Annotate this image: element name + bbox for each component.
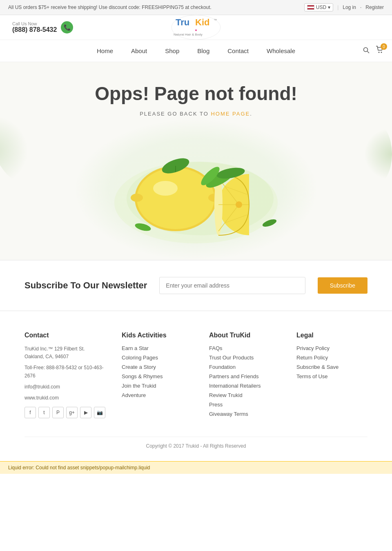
footer-link-adventure[interactable]: Adventure	[122, 392, 193, 398]
lemon-illustration	[94, 129, 298, 252]
register-link[interactable]: Register	[365, 4, 384, 10]
footer-link-partners[interactable]: Partners and Friends	[209, 373, 280, 379]
liquid-error: Liquid error: Could not find asset snipp…	[0, 461, 392, 474]
nav-about[interactable]: About	[122, 40, 156, 62]
footer-link-trust-products[interactable]: Trust Our Products	[209, 355, 280, 361]
svg-point-16	[153, 181, 178, 196]
svg-point-9	[381, 52, 382, 53]
copyright-text: Copyright © 2017 Trukid - All Rights Res…	[146, 443, 246, 449]
footer-link-earn-star[interactable]: Earn a Star	[122, 345, 193, 351]
twitter-icon[interactable]: t	[38, 407, 50, 418]
footer-link-giveaway[interactable]: Giveaway Terms	[209, 411, 280, 417]
flag-icon	[307, 5, 314, 10]
footer-link-international[interactable]: International Retailers	[209, 383, 280, 389]
nav-wholesale[interactable]: Wholesale	[258, 40, 304, 62]
footer-link-faqs[interactable]: FAQs	[209, 345, 280, 351]
svg-point-6	[364, 47, 368, 51]
footer-link-subscribe-save[interactable]: Subscribe & Save	[296, 364, 368, 370]
svg-text:Natural Hair & Body: Natural Hair & Body	[174, 33, 203, 36]
pinterest-icon[interactable]: P	[52, 407, 64, 418]
footer-link-songs-rhymes[interactable]: Songs & Rhymes	[122, 373, 193, 379]
error-title: Opps! Page not found!	[95, 83, 297, 105]
subscribe-button[interactable]: Subscribe	[318, 277, 368, 294]
footer-legal-title: Legal	[296, 332, 368, 339]
newsletter-email-input[interactable]	[159, 277, 305, 294]
svg-text:Tru: Tru	[176, 17, 189, 27]
footer-email[interactable]: info@trukid.com	[24, 383, 105, 391]
footer-kids-title: Kids Activities	[122, 332, 193, 339]
footer-about-title: About TruKid	[209, 332, 280, 339]
logo[interactable]: Tru Kid ™ Natural Hair & Body	[169, 13, 223, 42]
dot-divider: ·	[360, 4, 361, 10]
svg-point-8	[379, 52, 380, 53]
svg-line-7	[368, 51, 370, 53]
footer-link-join-trukid[interactable]: Join the Trukid	[122, 383, 193, 389]
promo-text: All US orders $75+ receive free shipping…	[8, 4, 212, 10]
nav-links: Home About Shop Blog Contact Wholesale	[88, 40, 304, 62]
svg-text:™: ™	[214, 18, 217, 22]
footer-link-terms[interactable]: Terms of Use	[296, 373, 368, 379]
footer-website[interactable]: www.trukid.com	[24, 394, 105, 402]
svg-point-4	[195, 29, 197, 31]
hero-section: Opps! Page not found! PLEASE GO BACK TO …	[0, 62, 392, 260]
phone-info: Call Us Now (888) 878-5432	[12, 21, 57, 33]
nav-icons: 0	[363, 46, 384, 56]
footer-contact-col: Contact TruKid Inc.™ 129 Filbert St. Oak…	[24, 332, 105, 420]
nav-contact[interactable]: Contact	[218, 40, 258, 62]
svg-text:Kid: Kid	[195, 17, 209, 27]
currency-selector[interactable]: USD ▾	[304, 3, 333, 11]
footer-link-return[interactable]: Return Policy	[296, 355, 368, 361]
divider: |	[337, 4, 339, 10]
top-bar-right: USD ▾ | Log in · Register	[304, 3, 384, 11]
nav-shop[interactable]: Shop	[156, 40, 188, 62]
footer-link-press[interactable]: Press	[209, 402, 280, 408]
svg-point-13	[137, 168, 214, 229]
svg-point-27	[236, 201, 242, 208]
newsletter-title: Subscribe To Our Newsletter	[24, 280, 147, 292]
nav-blog[interactable]: Blog	[188, 40, 218, 62]
login-link[interactable]: Log in	[343, 4, 356, 10]
svg-point-14	[131, 194, 143, 202]
main-nav: Home About Shop Blog Contact Wholesale 0	[0, 40, 392, 62]
chevron-down-icon: ▾	[328, 4, 330, 10]
currency-label: USD	[316, 4, 326, 10]
home-link[interactable]: HOME PAGE	[211, 111, 250, 117]
footer-columns: Contact TruKid Inc.™ 129 Filbert St. Oak…	[24, 332, 368, 420]
googleplus-icon[interactable]: g+	[66, 407, 78, 418]
leaf-right-decoration	[359, 123, 392, 185]
search-button[interactable]	[363, 47, 370, 55]
footer-link-privacy[interactable]: Privacy Policy	[296, 345, 368, 351]
phone-number[interactable]: (888) 878-5432	[12, 26, 57, 33]
footer-contact-title: Contact	[24, 332, 105, 339]
footer-link-create-story[interactable]: Create a Story	[122, 364, 193, 370]
cart-button[interactable]: 0	[376, 46, 384, 56]
footer-tollfree: Toll-Free: 888-878-5432 or 510-463-2676	[24, 364, 105, 379]
footer-legal-col: Legal Privacy Policy Return Policy Subsc…	[296, 332, 368, 420]
footer-link-coloring-pages[interactable]: Coloring Pages	[122, 355, 193, 361]
footer-link-review[interactable]: Review Trukid	[209, 392, 280, 398]
nav-home[interactable]: Home	[88, 40, 122, 62]
footer-about-col: About TruKid FAQs Trust Our Products Fou…	[209, 332, 280, 420]
youtube-icon[interactable]: ▶	[80, 407, 91, 418]
facebook-icon[interactable]: f	[24, 407, 36, 418]
footer: Contact TruKid Inc.™ 129 Filbert St. Oak…	[0, 311, 392, 461]
error-subtitle: PLEASE GO BACK TO HOME PAGE.	[140, 111, 252, 117]
footer-kids-col: Kids Activities Earn a Star Coloring Pag…	[122, 332, 193, 420]
footer-address: TruKid Inc.™ 129 Filbert St. Oakland, CA…	[24, 345, 105, 361]
header-left: Call Us Now (888) 878-5432 📞	[12, 21, 73, 33]
social-icons: f t P g+ ▶ 📷	[24, 407, 105, 418]
header: Call Us Now (888) 878-5432 📞 Tru Kid ™ N…	[0, 15, 392, 40]
logo-container[interactable]: Tru Kid ™ Natural Hair & Body	[169, 13, 223, 42]
newsletter-section: Subscribe To Our Newsletter Subscribe	[0, 260, 392, 311]
footer-bottom: Copyright © 2017 Trukid - All Rights Res…	[24, 437, 368, 449]
leaf-left-decoration	[0, 98, 45, 189]
cart-count: 0	[381, 43, 387, 50]
footer-link-foundation[interactable]: Foundation	[209, 364, 280, 370]
phone-icon: 📞	[61, 21, 73, 33]
call-now-label: Call Us Now	[12, 21, 37, 26]
instagram-icon[interactable]: 📷	[94, 407, 105, 418]
